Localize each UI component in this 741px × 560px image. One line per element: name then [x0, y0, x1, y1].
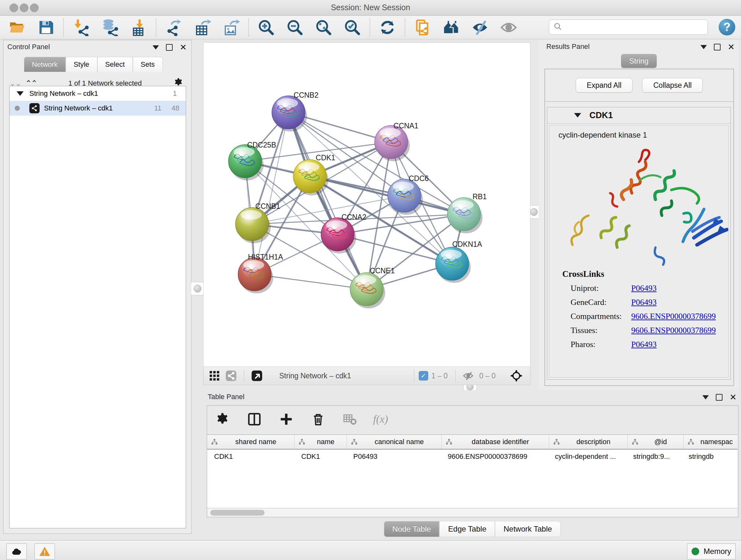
- expand-all-button[interactable]: Expand All: [576, 78, 633, 92]
- table-toolbar: f(x): [207, 406, 738, 433]
- tab-style[interactable]: Style: [66, 57, 97, 72]
- network-node[interactable]: [321, 218, 356, 253]
- zoom-out-icon[interactable]: [286, 18, 304, 37]
- table-box: f(x) shared namenamecanonical namedataba…: [207, 406, 738, 517]
- memory-button[interactable]: Memory: [687, 543, 736, 559]
- network-canvas[interactable]: CCNB2CCNA1CDC25BCDK1CDC6RB1CCNB1CCNA2CDK…: [203, 43, 530, 367]
- crosslink-link[interactable]: P06493: [631, 340, 657, 349]
- gene-section-header[interactable]: CDK1: [547, 107, 731, 124]
- table-horizontal-scrollbar[interactable]: [207, 508, 738, 517]
- table-row[interactable]: CDK1CDK1P064939606.ENSP00000378699cyclin…: [207, 449, 738, 463]
- export-table-icon[interactable]: [193, 18, 211, 37]
- table-cell[interactable]: CDK1: [207, 449, 294, 463]
- import-network-database-icon[interactable]: [101, 18, 119, 37]
- column-header--id[interactable]: @id: [628, 435, 684, 449]
- panel-close-icon[interactable]: ✕: [730, 395, 737, 400]
- delete-column-icon[interactable]: [309, 410, 327, 428]
- memory-status-dot: [691, 548, 699, 555]
- crosshair-icon[interactable]: [507, 369, 526, 382]
- network-node[interactable]: [448, 198, 482, 233]
- panel-menu-icon[interactable]: [700, 45, 707, 49]
- network-collection-row[interactable]: String Network – cdk1 1: [10, 86, 186, 101]
- network-edge[interactable]: [310, 176, 464, 214]
- crosslinks-block: CrossLinks Uniprot:P06493GeneCard:P06493…: [549, 269, 728, 349]
- panel-menu-icon[interactable]: [152, 45, 159, 50]
- show-eye-icon[interactable]: [500, 18, 518, 37]
- table-cell[interactable]: CDK1: [294, 449, 346, 463]
- zoom-selected-icon[interactable]: [343, 18, 361, 37]
- hide-selected-eye-icon[interactable]: [471, 18, 489, 37]
- home-layout-icon[interactable]: [442, 18, 460, 37]
- tab-sets[interactable]: Sets: [133, 57, 163, 72]
- open-in-window-icon[interactable]: [249, 370, 265, 381]
- left-splitter-handle[interactable]: [191, 282, 204, 295]
- tab-node-table[interactable]: Node Table: [384, 521, 440, 537]
- import-table-file-icon[interactable]: [130, 18, 147, 37]
- panel-float-icon[interactable]: [716, 394, 723, 401]
- crosslink-link[interactable]: P06493: [631, 284, 657, 293]
- show-columns-icon[interactable]: [246, 410, 263, 428]
- export-network-icon[interactable]: [165, 18, 183, 37]
- network-share-icon[interactable]: [223, 370, 239, 381]
- panel-close-icon[interactable]: ✕: [180, 45, 187, 50]
- network-node[interactable]: [238, 258, 273, 294]
- column-header-name[interactable]: name: [294, 435, 347, 449]
- column-header-shared-name[interactable]: shared name: [207, 435, 294, 449]
- save-session-icon[interactable]: [37, 18, 55, 37]
- column-header-description[interactable]: description: [549, 435, 628, 449]
- table-cell[interactable]: P06493: [346, 449, 441, 463]
- tab-network-table[interactable]: Network Table: [495, 521, 561, 537]
- zoom-in-icon[interactable]: [257, 18, 275, 37]
- crosslink-link[interactable]: 9606.ENSP00000378699: [631, 326, 716, 335]
- scrollbar-thumb[interactable]: [210, 510, 265, 516]
- network-node[interactable]: [228, 145, 264, 180]
- crosslink-link[interactable]: P06493: [631, 298, 657, 307]
- delete-table-icon[interactable]: [341, 410, 359, 428]
- network-row[interactable]: String Network – cdk1 11 48: [10, 101, 186, 116]
- zoom-fit-content-icon[interactable]: [315, 18, 333, 37]
- section-collapse-icon[interactable]: [574, 113, 581, 118]
- table-cell[interactable]: 9606.ENSP00000378699: [441, 449, 548, 463]
- panel-menu-icon[interactable]: [702, 395, 709, 399]
- hidden-eye-icon[interactable]: [460, 370, 476, 381]
- network-node[interactable]: [375, 125, 410, 161]
- network-node[interactable]: [293, 160, 328, 195]
- table-cell[interactable]: stringdb:9...: [626, 449, 682, 463]
- network-node[interactable]: [350, 273, 385, 308]
- tab-edge-table[interactable]: Edge Table: [440, 521, 495, 537]
- crosslink-row: Tissues:9606.ENSP00000378699: [570, 326, 728, 335]
- tab-network[interactable]: Network: [24, 57, 66, 72]
- network-view-title: String Network – cdk1: [279, 372, 351, 380]
- table-cell[interactable]: stringdb: [682, 449, 738, 463]
- column-header-database-identifier[interactable]: database identifier: [442, 435, 549, 449]
- copy-network-icon[interactable]: [414, 18, 431, 37]
- open-session-icon[interactable]: [8, 18, 26, 37]
- collection-expand-icon[interactable]: [17, 91, 23, 96]
- table-options-gear-icon[interactable]: [213, 410, 231, 428]
- table-cell[interactable]: cyclin-dependent ...: [548, 449, 626, 463]
- network-edge[interactable]: [255, 112, 288, 274]
- cloud-button[interactable]: [6, 543, 27, 559]
- panel-close-icon[interactable]: ✕: [728, 44, 735, 50]
- help-button[interactable]: ?: [719, 19, 735, 36]
- warnings-button[interactable]: [35, 543, 55, 559]
- tab-string[interactable]: String: [621, 54, 657, 68]
- import-network-file-icon[interactable]: [72, 18, 90, 37]
- function-builder-icon[interactable]: f(x): [373, 413, 388, 425]
- export-image-icon[interactable]: [222, 18, 240, 37]
- column-header-canonical-name[interactable]: canonical name: [347, 435, 442, 449]
- panel-float-icon[interactable]: [166, 44, 173, 51]
- network-node[interactable]: [435, 247, 471, 283]
- tab-select[interactable]: Select: [97, 57, 133, 72]
- column-header-namespac[interactable]: namespac: [684, 435, 738, 449]
- selected-checkbox-icon[interactable]: ✓: [419, 371, 428, 381]
- birds-eye-grid-icon[interactable]: [206, 370, 223, 381]
- panel-float-icon[interactable]: [714, 44, 721, 51]
- collapse-all-button[interactable]: Collapse All: [642, 78, 703, 92]
- crosslink-link[interactable]: 9606.ENSP00000378699: [631, 312, 716, 321]
- refresh-layout-icon[interactable]: [379, 18, 396, 37]
- network-edge[interactable]: [288, 112, 367, 289]
- search-input[interactable]: [565, 20, 708, 34]
- add-column-icon[interactable]: [277, 410, 295, 428]
- network-node[interactable]: [272, 96, 307, 132]
